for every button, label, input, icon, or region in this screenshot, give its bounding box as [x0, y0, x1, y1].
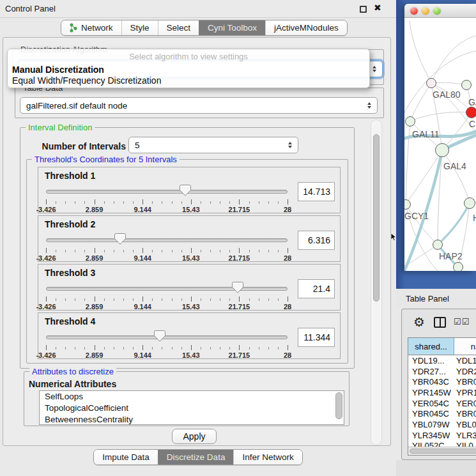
network-node[interactable]	[435, 143, 449, 157]
table-row[interactable]: YER054CYER0	[408, 398, 476, 409]
slider-ticks	[46, 199, 288, 205]
threshold-value-field[interactable]: 6.316	[298, 231, 335, 250]
slider-thumb[interactable]	[114, 233, 127, 245]
network-node[interactable]	[453, 262, 463, 271]
tick-mark	[229, 347, 230, 349]
panel-scrollbar-track[interactable]	[371, 119, 382, 445]
tab-jactivemnodules[interactable]: jActiveMNodules	[265, 20, 347, 35]
network-node[interactable]	[405, 116, 415, 127]
tab-label: Style	[130, 23, 150, 33]
table-row[interactable]: YBR045CYBR0	[408, 408, 476, 419]
slider-ticks	[46, 345, 288, 351]
group-title: Interval Definition	[26, 123, 95, 132]
tick-mark	[278, 298, 279, 301]
tick-mark	[75, 298, 75, 301]
network-node[interactable]	[466, 107, 476, 118]
network-node[interactable]	[433, 240, 443, 250]
tick-mark	[220, 250, 220, 252]
algorithm-option-manual-discretization[interactable]: Manual Discretization	[11, 65, 366, 75]
network-canvas[interactable]: GAL80GACGAL11GAL4GCY1HHAP2	[404, 18, 476, 271]
float-window-icon[interactable]	[360, 6, 367, 13]
panel-scrollbar-thumb[interactable]	[373, 134, 380, 302]
threshold-slider[interactable]: -3.4262.8599.14415.4321.71528	[45, 328, 289, 357]
num-intervals-spinner[interactable]: 5	[128, 137, 298, 153]
scale-label: 28	[284, 303, 291, 311]
attribute-item-selfloops[interactable]: SelfLoops	[40, 391, 344, 403]
tab-infer-network[interactable]: Infer Network	[233, 450, 302, 464]
tab-impute-data[interactable]: Impute Data	[94, 450, 158, 464]
tab-cyni-toolbox[interactable]: Cyni Toolbox	[199, 20, 265, 35]
network-node[interactable]	[464, 197, 475, 209]
tick-mark	[220, 201, 220, 204]
close-traffic-light-icon[interactable]	[410, 7, 418, 15]
algorithm-option-equal-width-frequency-discretization[interactable]: Equal Width/Frequency Discretization	[11, 75, 366, 86]
network-node[interactable]	[426, 78, 436, 88]
network-window-titlebar[interactable]	[404, 4, 476, 18]
threshold-slider[interactable]: -3.4262.8599.14415.4321.71528	[45, 279, 289, 309]
tab-discretize-data[interactable]: Discretize Data	[158, 450, 234, 464]
table-row[interactable]: YBL079WYBL0	[408, 419, 476, 430]
scale-label: 2.859	[86, 303, 104, 311]
tick-mark	[268, 201, 269, 204]
column-header-na[interactable]: na	[454, 338, 476, 355]
tick-mark	[84, 298, 85, 301]
scale-label: 28	[284, 206, 291, 213]
tab-network[interactable]: Network	[61, 20, 121, 35]
tab-select[interactable]: Select	[158, 20, 199, 35]
slider-thumb[interactable]	[153, 330, 166, 342]
tick-mark	[56, 201, 56, 204]
slider-thumb[interactable]	[231, 281, 244, 294]
slider-thumb[interactable]	[179, 184, 192, 197]
threshold-title: Threshold 3	[45, 268, 95, 278]
gear-icon[interactable]: ⚙	[413, 314, 425, 330]
table-row[interactable]: YDL19...YDL1	[408, 355, 476, 366]
tick-mark	[259, 347, 259, 349]
tick-mark	[181, 298, 182, 301]
tick-mark	[123, 347, 124, 349]
attribute-item-topologicalcoefficient[interactable]: TopologicalCoefficient	[40, 403, 344, 414]
popup-hint: Select algorithm to view settings	[8, 52, 369, 61]
combo-arrows-icon	[367, 102, 371, 109]
scale-label: -3.426	[36, 351, 56, 359]
tick-mark	[104, 250, 105, 252]
table-hscrollbar-thumb[interactable]	[410, 449, 476, 454]
tick-mark	[210, 347, 211, 349]
tab-style[interactable]: Style	[121, 20, 158, 35]
table-row[interactable]: YDR27...YDR2	[408, 366, 476, 377]
apply-button[interactable]: Apply	[172, 429, 217, 444]
tick-mark	[249, 201, 250, 204]
attributes-scrollbar[interactable]	[335, 392, 342, 419]
table-row[interactable]: YLR345WYLR3	[408, 430, 476, 441]
tick-mark	[288, 296, 288, 302]
threshold-slider[interactable]: -3.4262.8599.14415.4321.71528	[45, 231, 289, 260]
column-layout-icon[interactable]	[434, 317, 446, 328]
threshold-value-field[interactable]: 11.344	[298, 328, 335, 347]
tick-mark	[201, 298, 201, 301]
threshold-value-field[interactable]: 21.4	[298, 279, 335, 298]
table-hscrollbar[interactable]	[408, 447, 476, 455]
table-data-combobox[interactable]: galFiltered.sif default node	[20, 97, 378, 114]
scale-label: 2.859	[86, 351, 104, 359]
scale-label: 2.859	[86, 206, 104, 213]
attribute-item-betweennesscentrality[interactable]: BetweennessCentrality	[40, 414, 344, 425]
minimize-traffic-light-icon[interactable]	[422, 7, 429, 15]
close-icon[interactable]: ✖	[374, 3, 381, 13]
tick-mark	[162, 250, 162, 252]
scale-label: 21.715	[229, 303, 250, 311]
checkbox-icons[interactable]: ☑☑	[454, 317, 470, 326]
threshold-value-field[interactable]: 14.713	[298, 182, 335, 201]
tick-mark	[259, 298, 259, 301]
threshold-slider[interactable]: -3.4262.8599.14415.4321.71528	[45, 182, 289, 211]
cell-shared-name: YDR27...	[408, 367, 454, 376]
cell-name: YER0	[454, 399, 476, 408]
column-header-shared-[interactable]: shared...	[408, 338, 454, 355]
network-node[interactable]	[461, 80, 472, 90]
scale-label: 28	[284, 254, 291, 262]
table-panel-title: Table Panel	[406, 289, 449, 309]
tick-mark	[84, 250, 85, 252]
zoom-traffic-light-icon[interactable]	[433, 7, 441, 15]
table-row[interactable]: YBR043CYBR0	[408, 376, 476, 387]
numerical-attributes-list[interactable]: SelfLoopsTopologicalCoefficientBetweenne…	[39, 390, 344, 425]
table-row[interactable]: YPR145WYPR1	[408, 387, 476, 398]
threshold-panel: Threshold 2-3.4262.8599.14415.4321.71528…	[38, 215, 341, 262]
